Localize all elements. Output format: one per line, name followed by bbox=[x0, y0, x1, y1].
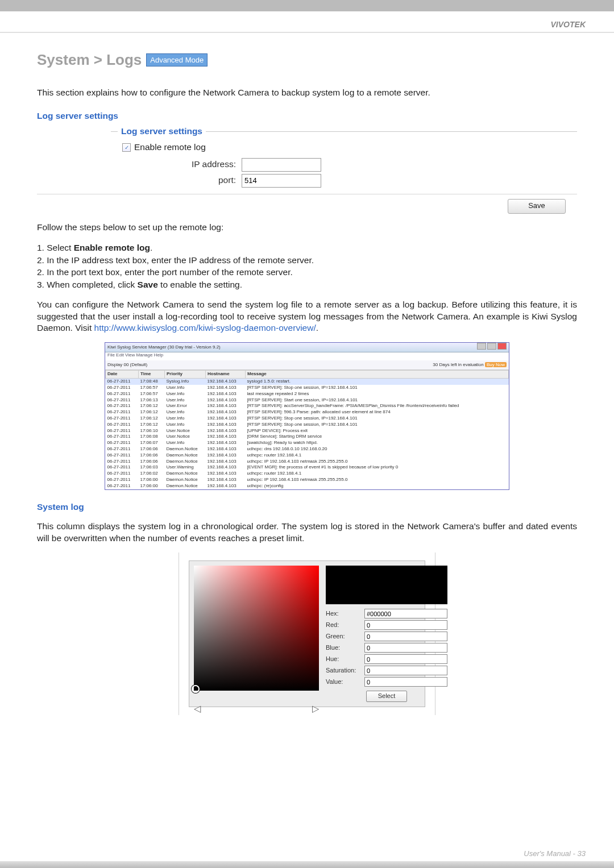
table-cell: udhcpc: router 192.168.4.1 bbox=[246, 471, 509, 477]
close-icon bbox=[497, 343, 507, 350]
table-cell: 17:06:13 bbox=[139, 397, 165, 404]
enable-remote-log-row[interactable]: ✓ Enable remote log bbox=[122, 142, 566, 153]
table-cell: last message repeated 2 times bbox=[246, 391, 509, 397]
display-dropdown[interactable]: Display 00 (Default) bbox=[107, 362, 147, 368]
table-cell: [RTSP SERVER]: Stop one session, IP=192.… bbox=[246, 422, 509, 428]
table-cell: Daemon.Notice bbox=[165, 471, 206, 477]
step-2a: 2. In the IP address text box, enter the… bbox=[37, 254, 577, 267]
table-row: 06-27-201117:06:10User.Notice192.168.4.1… bbox=[106, 428, 509, 434]
buy-now-button[interactable]: Buy Now bbox=[485, 362, 507, 367]
table-row: 06-27-201117:06:07User.Info192.168.4.103… bbox=[106, 440, 509, 446]
table-cell: 17:06:12 bbox=[139, 409, 165, 416]
table-row: 06-27-201117:06:12User.Info192.168.4.103… bbox=[106, 416, 509, 422]
table-cell: 192.168.4.103 bbox=[206, 477, 246, 483]
enable-remote-log-checkbox[interactable]: ✓ bbox=[122, 143, 131, 152]
blue-input[interactable] bbox=[364, 643, 447, 653]
step-3: 3. When completed, click Save to enable … bbox=[37, 279, 577, 291]
table-cell: 192.168.4.103 bbox=[206, 446, 246, 452]
syslog-header-row: Date Time Priority Hostname Message bbox=[106, 371, 509, 379]
table-row: 06-27-201117:06:12User.Error192.168.4.10… bbox=[106, 403, 509, 409]
table-cell: 192.168.4.103 bbox=[206, 440, 246, 446]
table-row: 06-27-201117:06:08User.Notice192.168.4.1… bbox=[106, 434, 509, 440]
table-cell: 06-27-2011 bbox=[106, 422, 139, 428]
system-log-paragraph: This column displays the system log in a… bbox=[37, 521, 577, 545]
table-cell: User.Info bbox=[165, 440, 206, 446]
col-date: Date bbox=[106, 371, 139, 379]
table-row: 06-27-201117:06:06Daemon.Notice192.168.4… bbox=[106, 459, 509, 465]
table-row: 06-27-201117:08:48Syslog.Info192.168.4.1… bbox=[106, 379, 509, 385]
table-cell: 17:06:06 bbox=[139, 446, 165, 452]
color-picker: ◁▷ Hex: Red: Green: Blue: Hue: Saturatio… bbox=[189, 560, 425, 707]
table-row: 06-27-201117:06:00Daemon.Notice192.168.4… bbox=[106, 477, 509, 483]
minimize-icon bbox=[477, 343, 486, 350]
table-cell: 17:06:12 bbox=[139, 403, 165, 409]
port-input[interactable] bbox=[242, 174, 321, 188]
table-cell: User.Info bbox=[165, 409, 206, 416]
table-cell: 06-27-2011 bbox=[106, 379, 139, 385]
trial-days-label: 30 Days left in evaluation bbox=[433, 362, 483, 367]
log-server-settings-panel: Log server settings ✓ Enable remote log … bbox=[111, 127, 577, 214]
table-cell: udhcpc: (re)config bbox=[246, 483, 509, 489]
backup-paragraph: You can configure the Network Camera to … bbox=[37, 299, 577, 335]
table-cell: 192.168.4.103 bbox=[206, 422, 246, 428]
table-cell: 192.168.4.103 bbox=[206, 409, 246, 416]
gradient-cursor-icon[interactable] bbox=[192, 685, 200, 693]
advanced-mode-badge: Advanced Mode bbox=[146, 53, 208, 67]
blue-label: Blue: bbox=[326, 643, 362, 652]
hex-input[interactable] bbox=[364, 609, 447, 618]
table-cell: 192.168.4.103 bbox=[206, 385, 246, 391]
steps-intro: Follow the steps below to set up the rem… bbox=[37, 222, 577, 234]
syslog-toolbar: Display 00 (Default) 30 Days left in eva… bbox=[105, 360, 509, 370]
color-fields: Hex: Red: Green: Blue: Hue: Saturation: … bbox=[326, 566, 447, 702]
table-cell: User.Info bbox=[165, 391, 206, 397]
step-2b: 2. In the port text box, enter the port … bbox=[37, 266, 577, 279]
table-cell: 06-27-2011 bbox=[106, 397, 139, 404]
table-cell: 17:06:12 bbox=[139, 416, 165, 422]
color-picker-container: ◁▷ Hex: Red: Green: Blue: Hue: Saturatio… bbox=[179, 553, 435, 715]
col-hostname: Hostname bbox=[206, 371, 246, 379]
hue-input[interactable] bbox=[364, 654, 447, 664]
red-input[interactable] bbox=[364, 620, 447, 630]
table-cell: User.Info bbox=[165, 416, 206, 422]
table-cell: [RTSP SERVER]: Stop one session, IP=192.… bbox=[246, 416, 509, 422]
table-cell: [swatchdog]: Ready to watch httpd. bbox=[246, 440, 509, 446]
save-button[interactable]: Save bbox=[508, 199, 566, 214]
table-cell: 06-27-2011 bbox=[106, 434, 139, 440]
table-cell: 06-27-2011 bbox=[106, 391, 139, 397]
ip-address-input[interactable] bbox=[242, 158, 321, 172]
hue-label: Hue: bbox=[326, 655, 362, 663]
table-cell: 06-27-2011 bbox=[106, 464, 139, 471]
col-time: Time bbox=[139, 371, 165, 379]
table-row: 06-27-201117:06:57User.Info192.168.4.103… bbox=[106, 391, 509, 397]
page-title-row: System > Logs Advanced Mode bbox=[37, 50, 577, 70]
table-cell: User.Warning bbox=[165, 464, 206, 471]
table-cell: udhcpc: dns 192.168.0.10 192.168.0.20 bbox=[246, 446, 509, 452]
table-cell: 17:06:03 bbox=[139, 464, 165, 471]
green-input[interactable] bbox=[364, 632, 447, 641]
value-slider[interactable]: ◁▷ bbox=[194, 703, 319, 709]
kiwi-syslog-link[interactable]: http://www.kiwisyslog.com/kiwi-syslog-da… bbox=[94, 323, 316, 333]
table-cell: 06-27-2011 bbox=[106, 459, 139, 465]
table-cell: 17:06:06 bbox=[139, 452, 165, 459]
table-cell: Daemon.Notice bbox=[165, 452, 206, 459]
page-title: System > Logs bbox=[37, 50, 142, 70]
table-row: 06-27-201117:06:57User.Info192.168.4.103… bbox=[106, 385, 509, 391]
color-gradient-area[interactable] bbox=[194, 566, 319, 691]
table-cell: 06-27-2011 bbox=[106, 385, 139, 391]
table-cell: 17:06:07 bbox=[139, 440, 165, 446]
saturation-input[interactable] bbox=[364, 666, 447, 675]
table-cell: 17:06:00 bbox=[139, 477, 165, 483]
table-cell: 192.168.4.103 bbox=[206, 391, 246, 397]
select-button[interactable]: Select bbox=[366, 691, 407, 702]
table-cell: 17:06:02 bbox=[139, 471, 165, 477]
table-cell: User.Info bbox=[165, 422, 206, 428]
bottom-border bbox=[0, 861, 614, 868]
table-cell: Syslog.Info bbox=[165, 379, 206, 385]
enable-remote-log-label: Enable remote log bbox=[134, 142, 206, 153]
table-cell: 192.168.4.103 bbox=[206, 464, 246, 471]
syslog-menubar: File Edit View Manage Help bbox=[105, 352, 509, 360]
brand-label: VIVOTEK bbox=[551, 20, 586, 29]
value-input[interactable] bbox=[364, 677, 447, 687]
kiwi-syslog-screenshot: Kiwi Syslog Service Manager (30 Day tria… bbox=[105, 342, 509, 489]
table-cell: 192.168.4.103 bbox=[206, 379, 246, 385]
